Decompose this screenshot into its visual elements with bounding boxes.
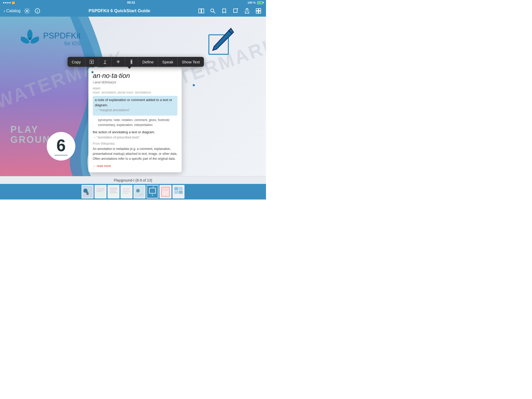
context-menu: Copy T T T xyxy=(68,57,204,67)
svg-point-0 xyxy=(26,10,28,12)
page-indicator-text: Playground-I (8-9 of 13) xyxy=(114,178,152,182)
logo-area: PSPDFKit for iOS xyxy=(21,30,81,48)
settings-button[interactable] xyxy=(23,7,31,15)
page-indicator: Playground-I (8-9 of 13) xyxy=(0,176,266,184)
battery-fill xyxy=(258,2,262,4)
format-bold-button[interactable]: T xyxy=(85,57,98,67)
svg-rect-12 xyxy=(256,11,258,13)
search-icon xyxy=(210,8,215,14)
thumbnail-3[interactable] xyxy=(108,185,119,198)
thumbnail-1[interactable]: 6 xyxy=(82,185,94,198)
format-italic-button[interactable]: T xyxy=(98,57,112,67)
page-number-circle: 6 xyxy=(47,132,75,161)
read-more-link[interactable]: → read more xyxy=(93,164,111,168)
definition-phonetic: /ˌanəˈtāSH(ə)n/ xyxy=(93,80,177,84)
italic-T-icon: T xyxy=(103,59,107,64)
svg-text:6: 6 xyxy=(152,194,153,196)
definition-highlight-block: a note of explanation or comment added t… xyxy=(93,96,177,116)
battery-icon xyxy=(257,1,263,4)
bold-T-icon: T xyxy=(89,59,94,64)
svg-point-5 xyxy=(211,9,214,12)
main-content: PSPDFKit for iOS WATERMARK WATERMARK PLA… xyxy=(0,17,266,176)
thumbnail-6[interactable]: 6 xyxy=(147,185,158,198)
show-text-button[interactable]: Show Text xyxy=(178,57,204,67)
logo-bold-part: PSPDF xyxy=(43,31,71,40)
thumb-svg-5: ... xyxy=(134,186,145,198)
definition-main: a note of explanation or comment added t… xyxy=(95,97,175,108)
thumb-content-3 xyxy=(108,185,119,198)
format-strikethrough-button[interactable]: T xyxy=(112,57,125,67)
thumbnail-4[interactable] xyxy=(121,185,132,198)
large-edit-icon xyxy=(204,27,235,58)
back-label: Catalog xyxy=(6,9,21,13)
svg-line-6 xyxy=(214,12,215,13)
svg-rect-10 xyxy=(256,9,258,11)
share-icon xyxy=(245,8,249,14)
battery-percent: 100 % xyxy=(248,1,256,4)
search-button[interactable] xyxy=(209,7,217,15)
definition-secondary: the action of annotating a text or diagr… xyxy=(93,130,177,135)
definition-secondary-example: → "annotation of prescribed texts" xyxy=(93,136,177,139)
svg-rect-36 xyxy=(108,186,119,198)
status-time: 09:41 xyxy=(127,1,135,4)
thumb-svg-2 xyxy=(95,186,106,198)
svg-rect-53 xyxy=(160,186,171,198)
thumbnail-5[interactable]: ... xyxy=(134,185,145,198)
edit-icon-area xyxy=(204,27,235,59)
dot-2 xyxy=(5,2,6,3)
selection-handle-left xyxy=(91,71,94,73)
number-underline xyxy=(55,155,68,156)
signal-dots xyxy=(3,2,11,3)
info-button[interactable]: i xyxy=(34,7,41,15)
spacing-icon xyxy=(129,59,134,64)
definition-pos: noun xyxy=(93,86,177,90)
svg-rect-4 xyxy=(202,9,204,13)
synonyms-line2: commentary, explanation, interpretation xyxy=(98,123,152,127)
book-view-button[interactable] xyxy=(197,7,205,15)
definition-popup: an·no·ta·tion /ˌanəˈtāSH(ə)n/ noun noun:… xyxy=(88,67,182,172)
back-arrow-icon: ‹ xyxy=(4,8,5,14)
page-number: 6 xyxy=(56,137,66,154)
grid-view-button[interactable] xyxy=(255,7,262,15)
define-button[interactable]: Define xyxy=(138,57,158,67)
thumb-svg-8 xyxy=(173,186,184,198)
thumbnail-8[interactable] xyxy=(172,185,184,198)
svg-text:T: T xyxy=(91,60,93,64)
playground-line1: PLAY xyxy=(10,124,58,135)
bookmark-icon xyxy=(222,8,226,14)
speak-button[interactable]: Speak xyxy=(158,57,178,67)
annotation-button[interactable] xyxy=(232,7,240,15)
logo-subtitle: for iOS xyxy=(43,41,81,46)
thumb-svg-7 xyxy=(160,186,171,198)
thumbnail-7[interactable] xyxy=(159,185,171,198)
logo-text: PSPDFKit for iOS xyxy=(43,31,81,46)
nav-right xyxy=(197,7,262,15)
pencil-square-icon xyxy=(233,8,238,14)
svg-point-47 xyxy=(136,189,140,192)
logo-propeller-icon xyxy=(21,30,39,48)
status-bar: 📶 09:41 100 % xyxy=(0,0,266,5)
nav-title: PSPDFKit 6 QuickStart Guide xyxy=(89,8,150,14)
thumb-content-7 xyxy=(160,185,171,198)
battery-box xyxy=(257,1,263,4)
definition-synonyms: synonyms: note, notation, comment, gloss… xyxy=(93,118,177,128)
nav-left: ‹ Catalog i xyxy=(4,7,41,15)
selection-handle-right xyxy=(193,84,195,86)
thumb-svg-3 xyxy=(108,186,119,198)
copy-button[interactable]: Copy xyxy=(68,57,85,67)
synonyms-line1: synonyms: note, notation, comment, gloss… xyxy=(98,118,170,122)
wifi-icon: 📶 xyxy=(12,1,15,4)
thumb-content-8 xyxy=(173,185,184,198)
thumbnail-2[interactable] xyxy=(95,185,107,198)
thumbnail-bar: 6 xyxy=(0,184,266,200)
format-spacing-button[interactable] xyxy=(125,57,138,67)
share-button[interactable] xyxy=(243,7,251,15)
svg-rect-11 xyxy=(259,9,261,11)
grid-icon xyxy=(256,8,261,14)
svg-text:...: ... xyxy=(140,192,142,195)
thumb-content-5: ... xyxy=(134,185,145,198)
bookmark-button[interactable] xyxy=(220,7,228,15)
logo-name: PSPDFKit xyxy=(43,31,81,41)
back-button[interactable]: ‹ Catalog xyxy=(4,8,21,14)
svg-text:i: i xyxy=(37,9,38,13)
